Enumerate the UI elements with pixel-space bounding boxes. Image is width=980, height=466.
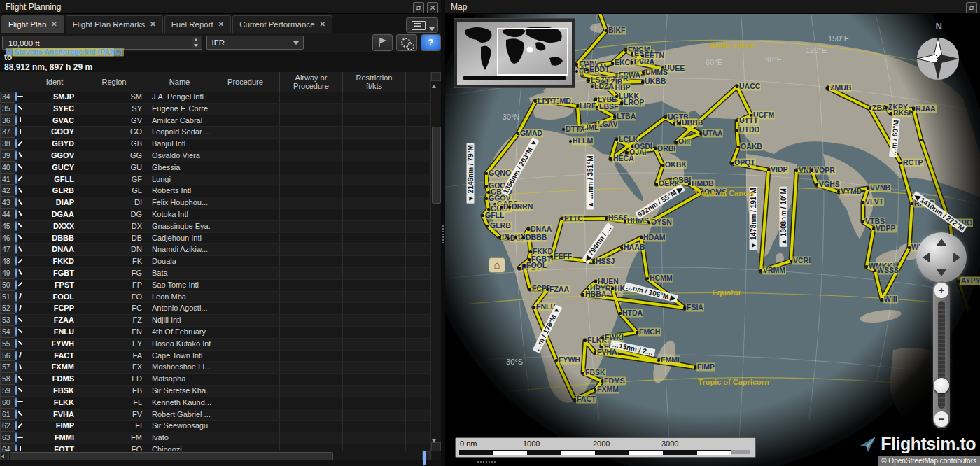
airport-label-LPPT[interactable]: LPPT bbox=[537, 97, 557, 105]
table-row[interactable]: 57FXMMFXMoshoeshoe I I... bbox=[0, 362, 431, 374]
table-row[interactable]: 62FIMPFISir Seewoosagu... bbox=[0, 421, 431, 432]
table-row[interactable]: 43DIAPDIFelix Houphou... bbox=[0, 197, 431, 209]
airport-label-UTTT[interactable]: UTTT bbox=[738, 116, 759, 125]
airport-label-VLVT[interactable]: VLVT bbox=[864, 197, 884, 206]
pan-left-icon[interactable] bbox=[923, 252, 930, 263]
table-row[interactable]: 56FACTFACape Town Intl bbox=[0, 351, 431, 362]
airport-label-WIII[interactable]: WIII bbox=[883, 295, 898, 303]
airport-label-VQPR[interactable]: VQPR bbox=[813, 166, 836, 174]
table-row[interactable]: 46DBBBDBCadjehoun Intl bbox=[0, 233, 431, 245]
airport-label-GLRB[interactable]: GLRB bbox=[489, 221, 512, 230]
map-zoom-slider[interactable]: + − bbox=[933, 281, 950, 428]
overview-map-inset[interactable] bbox=[454, 18, 575, 88]
table-row[interactable]: 37GOOYGOLeopold Sedar ... bbox=[0, 127, 431, 139]
airport-label-DTTX[interactable]: DTTX bbox=[565, 125, 585, 133]
airport-label-DNAA[interactable]: DNAA bbox=[530, 225, 552, 233]
column-header-procedure[interactable]: Procedure bbox=[211, 72, 280, 92]
table-row[interactable]: 60FLKKFLKenneth Kaund... bbox=[0, 397, 431, 409]
float-window-icon[interactable]: ⧉ bbox=[966, 2, 977, 13]
airport-label-EVRA[interactable]: EVRA bbox=[634, 57, 655, 66]
table-row[interactable]: 58FDMSFDMatsapha bbox=[0, 374, 431, 386]
close-window-icon[interactable]: ✕ bbox=[427, 2, 438, 13]
airport-label-OAKB[interactable]: OAKB bbox=[740, 142, 763, 150]
destination-airport-link[interactable]: Stevens Anchorage Intl (PANC) bbox=[13, 48, 123, 56]
home-position-button[interactable]: ⌂ bbox=[489, 257, 505, 273]
table-row[interactable]: 35SYECSYEugene F. Corre... bbox=[0, 104, 431, 115]
airport-label-LBSF[interactable]: LBSF bbox=[598, 102, 619, 111]
table-row[interactable]: 47DNAADNNnamdi Azikiw... bbox=[0, 244, 431, 256]
airport-label-FEFF[interactable]: FEFF bbox=[553, 252, 573, 260]
table-row[interactable]: 63FMMIFMIvato bbox=[0, 432, 431, 444]
airport-label-EDDT[interactable]: EDDT bbox=[589, 65, 610, 73]
airport-label-FIMP[interactable]: FIMP bbox=[696, 362, 715, 371]
table-row[interactable]: 36GVACGVAmilcar Cabral bbox=[0, 115, 431, 127]
column-header-name[interactable]: Name bbox=[148, 72, 211, 92]
airport-label-RKSI[interactable]: RKSI bbox=[892, 108, 911, 117]
table-row[interactable]: 51FOOLFOLeon Mba bbox=[0, 292, 431, 304]
tab-close-icon[interactable]: ✕ bbox=[51, 16, 57, 33]
airport-label-FZAA[interactable]: FZAA bbox=[549, 285, 570, 293]
step-down-icon[interactable] bbox=[194, 44, 198, 47]
airport-label-ZMUB[interactable]: ZMUB bbox=[830, 83, 852, 92]
table-row[interactable]: 61FVHAFVRobert Gabriel ... bbox=[0, 409, 431, 421]
scroll-right-arrow[interactable] bbox=[422, 451, 431, 460]
table-row[interactable]: 39GGOVGGOsvaldo Viera bbox=[0, 150, 431, 162]
table-row[interactable]: 52FCPPFCAntonio Agosti... bbox=[0, 303, 431, 315]
airport-label-LROP[interactable]: LROP bbox=[623, 98, 645, 106]
airport-label-ORBI[interactable]: ORBI bbox=[657, 144, 676, 153]
table-row[interactable]: 45DXXXDXGnassingbe Eya... bbox=[0, 221, 431, 233]
vertical-scroll-thumb[interactable] bbox=[432, 127, 441, 204]
airport-label-FMCH[interactable]: FMCH bbox=[638, 327, 661, 336]
tab-close-icon[interactable]: ✕ bbox=[320, 16, 326, 33]
airport-label-HDAM[interactable]: HDAM bbox=[643, 233, 666, 241]
airport-label-VYMD[interactable]: VYMD bbox=[840, 187, 862, 195]
table-row[interactable]: 55FYWHFYHosea Kutako Intl bbox=[0, 339, 431, 351]
table-row[interactable]: 38GBYDGBBanjul Intl bbox=[0, 139, 431, 150]
airport-label-FSIA[interactable]: FSIA bbox=[686, 303, 704, 311]
airport-label-UTDD[interactable]: UTDD bbox=[738, 125, 760, 134]
tab-fuel-report[interactable]: Fuel Report✕ bbox=[164, 15, 231, 33]
zoom-out-button[interactable]: − bbox=[934, 411, 948, 427]
airport-label-LDZA[interactable]: LDZA bbox=[594, 82, 615, 90]
float-window-icon[interactable]: ⧉ bbox=[413, 2, 424, 13]
table-row[interactable]: 41GFLLGFLungi bbox=[0, 174, 431, 186]
horizontal-scroll-thumb[interactable] bbox=[10, 452, 333, 460]
pan-up-icon[interactable] bbox=[936, 239, 947, 246]
airport-label-FACT[interactable]: FACT bbox=[576, 395, 596, 403]
airport-label-UTAA[interactable]: UTAA bbox=[702, 129, 723, 137]
airport-label-VGHS[interactable]: VGHS bbox=[818, 180, 841, 188]
airport-label-HTDA[interactable]: HTDA bbox=[622, 309, 643, 317]
airport-label-FDMS[interactable]: FDMS bbox=[603, 376, 626, 385]
airport-label-OKBK[interactable]: OKBK bbox=[664, 160, 687, 169]
tab-list-menu-button[interactable] bbox=[406, 17, 438, 33]
table-row[interactable]: 54FNLUFN4th Of February bbox=[0, 327, 431, 339]
airport-label-VVNB[interactable]: VVNB bbox=[869, 183, 891, 192]
airport-label-LCLK[interactable]: LCLK bbox=[618, 135, 639, 143]
airport-label-LIRF[interactable]: LIRF bbox=[579, 101, 596, 110]
flight-rules-select[interactable]: IFR bbox=[206, 36, 304, 50]
airport-label-HLLM[interactable]: HLLM bbox=[572, 136, 594, 145]
airport-label-UACC[interactable]: UACC bbox=[738, 82, 761, 90]
airport-label-BIKF[interactable]: BIKF bbox=[608, 26, 626, 34]
airport-label-RJAA[interactable]: RJAA bbox=[915, 104, 937, 113]
airport-label-FMMI[interactable]: FMMI bbox=[660, 355, 680, 364]
airport-label-LTBA[interactable]: LTBA bbox=[616, 112, 636, 120]
help-button[interactable]: ? bbox=[421, 34, 441, 51]
airport-label-OIII[interactable]: OIII bbox=[678, 137, 691, 146]
table-row[interactable]: 59FBSKFBSir Seretse Kha... bbox=[0, 386, 431, 397]
tab-flight-plan[interactable]: Flight Plan✕ bbox=[1, 15, 64, 33]
airport-label-VRMM[interactable]: VRMM bbox=[762, 266, 786, 274]
airport-label-HUEN[interactable]: HUEN bbox=[597, 277, 620, 285]
zoom-in-button[interactable]: + bbox=[934, 283, 948, 298]
table-row[interactable]: 34SMJPSMJ.A. Pengel Intl bbox=[0, 92, 431, 104]
table-row[interactable]: 40GUCYGUGbessia bbox=[0, 162, 431, 174]
airport-label-DRRN[interactable]: DRRN bbox=[511, 202, 533, 211]
altitude-stepper[interactable] bbox=[192, 37, 201, 48]
table-row[interactable]: 44DGAADGKotoka Intl bbox=[0, 209, 431, 221]
airport-label-FOOL[interactable]: FOOL bbox=[526, 261, 547, 269]
table-row[interactable]: 48FKKDFKDouala bbox=[0, 256, 431, 268]
column-header-restriction[interactable]: Restriction ft/kts bbox=[343, 72, 406, 92]
airport-label-FBSK[interactable]: FBSK bbox=[584, 368, 606, 376]
scroll-up-arrow[interactable] bbox=[431, 72, 441, 81]
tab-current-performance[interactable]: Current Performance✕ bbox=[232, 15, 332, 33]
